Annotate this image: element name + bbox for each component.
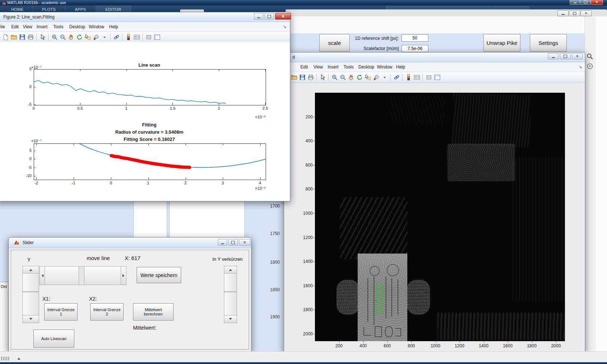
minimize-button[interactable] (570, 0, 580, 5)
scroll-thumb[interactable] (22, 292, 39, 316)
print-icon[interactable] (27, 34, 34, 41)
rotate-3d-icon[interactable] (356, 74, 363, 81)
maximize-button[interactable] (580, 0, 591, 5)
menu-tools[interactable]: Tools (53, 22, 63, 32)
scroll-up-button[interactable] (22, 266, 39, 274)
image-plot[interactable] (315, 93, 565, 341)
menu-insert[interactable]: Insert (37, 22, 47, 32)
maximize-button[interactable] (265, 13, 274, 20)
search-icon[interactable] (586, 53, 594, 60)
insert-legend-icon[interactable] (133, 34, 140, 41)
scroll-thumb[interactable] (224, 292, 237, 316)
slider-titlebar[interactable]: Slider ✕ (9, 238, 251, 248)
minimize-button[interactable] (218, 239, 227, 246)
pan-hand-icon[interactable] (67, 34, 75, 41)
show-plot-tools-icon[interactable] (153, 34, 161, 41)
show-plot-tools-icon[interactable] (433, 74, 441, 81)
pan-hand-icon[interactable] (348, 74, 355, 81)
zoom-in-icon[interactable] (331, 74, 338, 81)
insert-colorbar-icon[interactable] (405, 74, 412, 81)
dropdown-arrow-icon[interactable] (101, 34, 108, 41)
maximize-button[interactable] (560, 53, 571, 59)
measure-line-2[interactable] (382, 283, 382, 313)
menu-help[interactable]: Help (396, 62, 405, 72)
link-plots-icon[interactable] (113, 34, 120, 41)
insert-colorbar-icon[interactable] (125, 34, 132, 41)
dropdown-arrow-icon[interactable] (381, 74, 388, 81)
menu-help[interactable]: Help (109, 22, 118, 32)
hide-plot-tools-icon[interactable] (145, 34, 152, 41)
rotate-3d-icon[interactable] (76, 34, 83, 41)
zoom-out-icon[interactable] (339, 74, 346, 81)
cursor-icon[interactable] (319, 74, 326, 81)
scalefactor-field[interactable]: 7.5e-06 (402, 45, 428, 52)
save-icon[interactable] (18, 34, 26, 41)
werte-speichern-button[interactable]: Werte speichern (137, 267, 181, 283)
menu-edit[interactable]: Edit (11, 22, 19, 32)
menu-desktop[interactable]: Desktop (358, 62, 374, 72)
move-line-slider[interactable] (40, 266, 126, 285)
zoom-out-icon[interactable] (59, 34, 66, 41)
slider-right-button[interactable] (121, 266, 126, 285)
link-plots-icon[interactable] (393, 74, 400, 81)
data-cursor-icon[interactable] (84, 34, 91, 41)
open-folder-icon[interactable] (290, 74, 298, 81)
brush-icon[interactable] (92, 34, 100, 41)
minimize-button[interactable] (254, 13, 263, 20)
menu-desktop[interactable]: Desktop (69, 22, 85, 32)
scroll-thumb[interactable] (22, 273, 39, 292)
scroll-down-button[interactable] (22, 315, 39, 323)
measure-line-1[interactable] (377, 282, 377, 315)
interval-grenze2-button[interactable]: Interval Grenze 2 (90, 303, 124, 321)
print-icon[interactable] (307, 74, 314, 81)
menu-insert[interactable]: Insert (328, 62, 338, 72)
menu-window[interactable]: Window (89, 22, 104, 32)
open-folder-icon[interactable] (10, 34, 17, 41)
scroll-thumb[interactable] (224, 273, 237, 292)
menu-view[interactable]: View (313, 62, 323, 72)
menu-edit[interactable]: Edit (300, 62, 308, 72)
menu-view[interactable]: View (23, 22, 32, 32)
zoom-in-icon[interactable] (51, 34, 58, 41)
expand-arrow-icon[interactable] (17, 357, 20, 360)
y-scrollbar[interactable] (22, 266, 39, 323)
hide-plot-tools-icon[interactable] (425, 74, 432, 81)
menu-window[interactable]: Window (377, 62, 392, 72)
close-button[interactable]: ✕ (239, 239, 250, 246)
minimize-button[interactable] (548, 53, 559, 59)
in-y-scrollbar[interactable] (224, 266, 237, 323)
slider-thumb[interactable] (45, 266, 79, 285)
scroll-down-button[interactable] (224, 315, 237, 323)
auto-linescan-button[interactable]: Auto Linescan (33, 330, 74, 348)
unwrap-pike-button[interactable]: Unwrap Pike (483, 34, 520, 52)
mittelwert-berechnen-button[interactable]: Mittelwert berechnen (133, 303, 174, 321)
dock-arrow-icon[interactable]: ↘ (579, 64, 582, 69)
right-scroll-strip[interactable] (585, 16, 596, 351)
close-button[interactable]: × (591, 0, 603, 5)
fitting-axes[interactable] (34, 143, 266, 180)
figure2-titlebar[interactable]: Figure 2: Line_scan,Fitting ✕ (0, 12, 290, 22)
new-document-icon[interactable] (2, 34, 9, 41)
brush-icon[interactable] (373, 74, 380, 81)
slider-thumb[interactable] (84, 266, 122, 285)
close-button[interactable]: ✕ (581, 11, 592, 16)
close-button[interactable]: ✕ (572, 53, 583, 59)
minimize-button[interactable] (557, 11, 569, 16)
cursor-icon[interactable] (39, 34, 46, 41)
linescan-axes[interactable] (34, 69, 266, 105)
interval-grenze1-button[interactable]: Interval Grenze 1 (44, 303, 78, 321)
save-icon[interactable] (299, 74, 306, 81)
settings-button[interactable]: Settings (530, 34, 567, 52)
restore-button[interactable] (569, 11, 580, 16)
scroll-up-button[interactable] (224, 266, 237, 274)
chevron-down-circle-icon[interactable] (586, 63, 594, 70)
menu-file[interactable]: File (0, 22, 5, 32)
insert-legend-icon[interactable] (413, 74, 420, 81)
dock-arrow-icon[interactable]: ↘ (283, 24, 286, 29)
menu-tools[interactable]: Tools (344, 62, 354, 72)
ref-shift-field[interactable]: 50 (402, 34, 428, 42)
close-button[interactable]: ✕ (275, 13, 291, 20)
maximize-button[interactable] (228, 239, 238, 246)
resize-grip[interactable] (1, 357, 9, 360)
figure-right-titlebar[interactable]: d ✕ (284, 53, 585, 62)
